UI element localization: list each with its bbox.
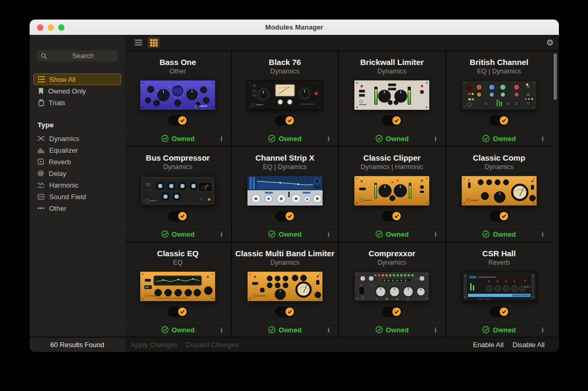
scrollbar-thumb[interactable] xyxy=(554,53,557,100)
sidebar-item-delay[interactable]: Delay xyxy=(33,167,121,179)
owned-check-icon xyxy=(482,326,490,333)
module-enable-toggle[interactable] xyxy=(275,115,295,126)
module-enable-toggle[interactable] xyxy=(168,306,188,317)
zoom-button[interactable] xyxy=(58,24,65,31)
module-enable-toggle[interactable] xyxy=(382,211,402,221)
enable-all-button[interactable]: Enable All xyxy=(473,341,503,349)
grid-view-button[interactable] xyxy=(148,37,160,48)
info-button[interactable]: i xyxy=(221,326,223,334)
owned-check-icon xyxy=(268,326,275,333)
owned-check-icon xyxy=(482,230,490,238)
equalizer-icon xyxy=(38,147,44,153)
toolbar: ⚙ xyxy=(125,35,559,51)
discard-changes-button[interactable]: Discard Changes xyxy=(186,341,238,349)
info-button[interactable]: i xyxy=(435,135,437,143)
owned-label: Owned xyxy=(386,230,409,238)
module-type: Dynamics xyxy=(270,259,299,266)
module-enable-toggle[interactable] xyxy=(489,211,509,221)
sidebar-item-dynamics[interactable]: Dynamics xyxy=(33,133,121,144)
module-enable-toggle[interactable] xyxy=(275,306,295,317)
list-view-button[interactable] xyxy=(133,38,144,48)
main-area: ⚙ Bass One Other xyxy=(125,35,559,352)
module-type: Dynamics xyxy=(378,259,407,266)
results-count: 60 Results Found xyxy=(30,337,125,352)
module-footer: Owned i xyxy=(232,131,338,146)
module-enable-toggle[interactable] xyxy=(168,211,188,221)
info-button[interactable]: i xyxy=(435,230,437,238)
module-footer: Owned i xyxy=(446,226,553,241)
module-footer: Owned i xyxy=(232,322,338,337)
module-footer: Owned i xyxy=(339,131,445,146)
module-type: Dynamics xyxy=(270,68,299,75)
search-input[interactable] xyxy=(36,52,130,60)
sidebar-item-trials[interactable]: Trials xyxy=(33,97,121,108)
toggle-check-icon xyxy=(286,212,294,220)
sound-field-icon xyxy=(38,194,44,200)
minimize-button[interactable] xyxy=(48,24,54,31)
toggle-check-icon xyxy=(286,308,294,316)
toggle-check-icon xyxy=(500,308,508,316)
harmonic-icon xyxy=(38,182,44,188)
module-card-classic-multi-band-limiter: Classic Multi Band Limiter Dynamics xyxy=(232,243,338,337)
owned-label: Owned xyxy=(279,135,301,143)
sidebar-item-other[interactable]: Other xyxy=(33,202,121,214)
owned-status: Owned xyxy=(161,230,195,238)
owned-check-icon xyxy=(375,135,383,142)
module-card-classic-clipper: Classic Clipper Dynamics | Harmonic xyxy=(339,147,445,241)
info-button[interactable]: i xyxy=(221,135,223,143)
sidebar-item-harmonic[interactable]: Harmonic xyxy=(33,179,121,191)
module-image xyxy=(247,272,323,301)
info-button[interactable]: i xyxy=(327,135,329,143)
show-all-icon xyxy=(38,76,45,82)
info-button[interactable]: i xyxy=(435,326,437,334)
sidebar-item-label: Show All xyxy=(49,76,76,83)
sidebar-item-reverb[interactable]: Reverb xyxy=(33,156,121,167)
info-button[interactable]: i xyxy=(541,326,544,334)
window-title: Modules Manager xyxy=(265,23,324,31)
sidebar-item-equalizer[interactable]: Equalizer xyxy=(33,144,121,156)
module-image xyxy=(247,80,323,110)
module-image xyxy=(140,176,215,206)
sidebar-item-show-all[interactable]: Show All xyxy=(33,73,121,85)
disable-all-button[interactable]: Disable All xyxy=(512,341,545,349)
owned-label: Owned xyxy=(386,326,409,334)
module-title: Brickwall Limiter xyxy=(360,58,424,67)
settings-gear-icon[interactable]: ⚙ xyxy=(546,39,554,47)
module-type: EQ xyxy=(173,259,182,266)
module-image xyxy=(354,80,429,110)
info-button[interactable]: i xyxy=(327,326,329,334)
sidebar-item-owned-only[interactable]: Owned Only xyxy=(33,85,121,97)
module-image xyxy=(140,80,215,110)
owned-label: Owned xyxy=(172,230,195,238)
module-enable-toggle[interactable] xyxy=(382,115,402,126)
status-bar: Apply Changes Discard Changes Enable All… xyxy=(125,337,559,352)
info-button[interactable]: i xyxy=(221,230,223,238)
owned-label: Owned xyxy=(386,135,409,143)
module-enable-toggle[interactable] xyxy=(275,211,295,221)
owned-label: Owned xyxy=(493,230,516,238)
module-enable-toggle[interactable] xyxy=(168,115,188,126)
module-title: CSR Hall xyxy=(482,249,516,258)
search-field[interactable] xyxy=(36,50,118,61)
module-footer: Owned i xyxy=(446,322,553,337)
module-footer: Owned i xyxy=(339,322,445,337)
info-button[interactable]: i xyxy=(541,135,544,143)
close-button[interactable] xyxy=(37,24,43,31)
info-button[interactable]: i xyxy=(327,230,329,238)
toggle-check-icon xyxy=(392,212,401,220)
module-type: Reverb xyxy=(489,259,510,266)
scrollbar-track[interactable] xyxy=(552,51,559,337)
type-filter-list: Dynamics Equalizer Reverb Delay Harmonic xyxy=(33,133,121,214)
type-item-label: Reverb xyxy=(49,158,71,166)
owned-status: Owned xyxy=(161,135,195,143)
module-enable-toggle[interactable] xyxy=(489,115,509,126)
module-card-classic-comp: Classic Comp Dynamics xyxy=(446,147,553,241)
info-button[interactable]: i xyxy=(541,230,544,238)
sidebar-item-sound-field[interactable]: Sound Field xyxy=(33,191,121,202)
module-enable-toggle[interactable] xyxy=(489,306,509,317)
apply-changes-button[interactable]: Apply Changes xyxy=(131,341,177,349)
delay-icon xyxy=(38,170,44,176)
list-view-icon xyxy=(135,40,142,45)
sidebar: Show All Owned Only Trials Type Dynamics xyxy=(30,35,125,352)
module-enable-toggle[interactable] xyxy=(382,306,402,317)
